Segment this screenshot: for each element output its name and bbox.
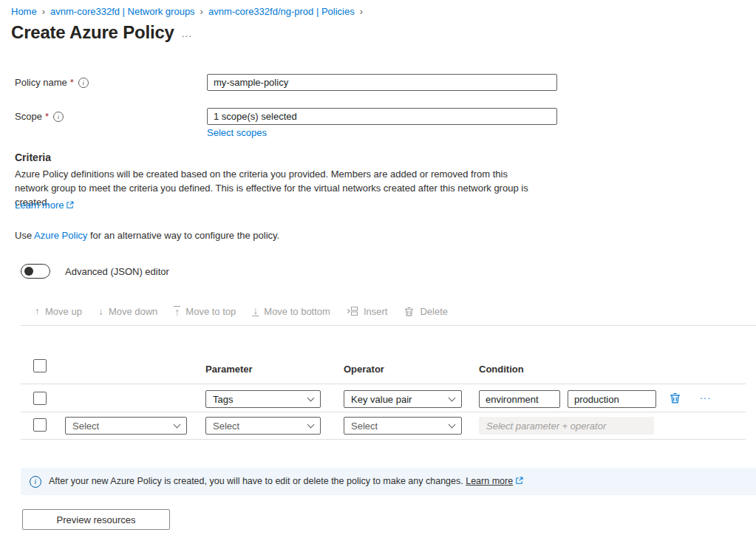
row1-condition-value-input[interactable] [568,390,656,408]
scope-label-text: Scope [15,111,42,122]
move-down-label: Move down [109,306,157,317]
chevron-right-icon: › [200,6,203,17]
row1-condition-key-input[interactable] [479,390,560,408]
banner-message: After your new Azure Policy is created, … [49,476,463,486]
preview-resources-button[interactable]: Preview resources [22,509,170,530]
move-down-button[interactable]: ↓ Move down [93,303,163,320]
chevron-down-icon [449,394,456,401]
advanced-json-editor-label: Advanced (JSON) editor [65,266,169,277]
row1-parameter-value: Tags [213,394,233,405]
breadcrumb-item-network-groups[interactable]: avnm-core332fd | Network groups [50,6,195,17]
table-header-divider [21,384,746,384]
required-asterisk: * [45,111,49,122]
chevron-down-icon [174,420,181,428]
row-divider [21,439,746,440]
info-icon[interactable]: i [53,112,64,122]
arrow-up-icon: ↑ [35,307,40,316]
alternative-policy-line: Use Azure Policy for an alternative way … [15,230,279,241]
insert-row-icon [347,305,358,317]
breadcrumb-item-policies[interactable]: avnm-core332fd/ng-prod | Policies [208,6,355,17]
policy-name-input[interactable] [207,74,557,91]
external-link-icon [515,477,523,487]
info-banner: i After your new Azure Policy is created… [21,468,756,495]
learn-more-link[interactable]: Learn more [15,200,64,211]
chevron-down-icon [307,420,315,428]
breadcrumb: Home › avnm-core332fd | Network groups ›… [11,6,363,17]
column-header-parameter: Parameter [205,364,253,375]
row-divider [21,412,746,412]
alt-line-prefix: Use [15,230,32,241]
required-asterisk: * [70,77,74,88]
scope-label: Scope * i [15,111,64,122]
row2-operator-value: Select [351,420,378,432]
insert-label: Insert [364,306,388,317]
page-title: Create Azure Policy [11,22,174,43]
banner-text: After your new Azure Policy is created, … [49,476,523,487]
criteria-heading: Criteria [15,151,51,163]
arrow-to-top-icon: ↑ [174,306,180,317]
policy-name-label-text: Policy name [15,77,67,88]
row1-checkbox[interactable] [33,392,47,405]
criteria-description: Azure Policy definitions will be created… [15,167,542,209]
toolbar-divider [21,325,756,326]
row2-condition-input [479,417,654,435]
row2-logical-operator-dropdown[interactable]: Select [65,417,187,435]
info-icon[interactable]: i [78,78,89,88]
column-header-condition: Condition [479,364,524,375]
row2-parameter-value: Select [213,420,239,432]
info-icon: i [30,476,41,488]
more-options-button[interactable]: ... [182,28,192,39]
arrow-down-icon: ↓ [98,307,103,316]
criteria-learn-more: Learn more [15,200,74,211]
arrow-to-bottom-icon: ↓ [252,306,259,317]
chevron-right-icon: › [360,6,363,17]
external-link-icon [66,200,74,211]
select-all-checkbox[interactable] [33,359,47,372]
delete-label: Delete [420,306,448,317]
scope-input[interactable] [207,108,557,125]
row1-operator-dropdown[interactable]: Key value pair [344,390,462,408]
move-to-top-button[interactable]: ↑ Move to top [168,303,241,320]
row1-operator-value: Key value pair [351,394,412,405]
policy-name-label: Policy name * i [15,77,89,88]
move-to-bottom-button[interactable]: ↓ Move to bottom [247,303,336,320]
create-azure-policy-page: Home › avnm-core332fd | Network groups ›… [0,0,756,538]
move-to-bottom-label: Move to bottom [264,306,330,317]
select-scopes-link[interactable]: Select scopes [207,127,267,138]
trash-icon [669,395,681,406]
row2-checkbox[interactable] [33,418,47,432]
column-header-operator: Operator [344,364,384,375]
row2-logical-operator-value: Select [72,420,99,432]
insert-button[interactable]: Insert [341,302,393,320]
trash-icon [403,306,415,317]
row2-parameter-dropdown[interactable]: Select [205,417,321,435]
row1-parameter-dropdown[interactable]: Tags [205,390,321,408]
alt-line-suffix: for an alternative way to configure the … [90,230,279,241]
move-up-button[interactable]: ↑ Move up [30,303,87,320]
azure-policy-link[interactable]: Azure Policy [34,230,87,241]
row1-delete-button[interactable] [669,392,681,404]
chevron-down-icon [449,420,456,428]
chevron-right-icon: › [42,6,45,17]
row2-operator-dropdown[interactable]: Select [344,417,462,435]
move-up-label: Move up [45,306,82,317]
advanced-json-editor-toggle[interactable] [21,264,50,279]
toggle-knob [24,267,33,276]
move-to-top-label: Move to top [185,306,236,317]
row-actions-toolbar: ↑ Move up ↓ Move down ↑ Move to top ↓ Mo… [30,302,453,320]
banner-learn-more-link[interactable]: Learn more [466,476,513,486]
row1-more-options-button[interactable]: ... [700,390,711,401]
delete-button[interactable]: Delete [398,303,453,320]
chevron-down-icon [307,394,315,401]
breadcrumb-item-home[interactable]: Home [11,6,37,17]
